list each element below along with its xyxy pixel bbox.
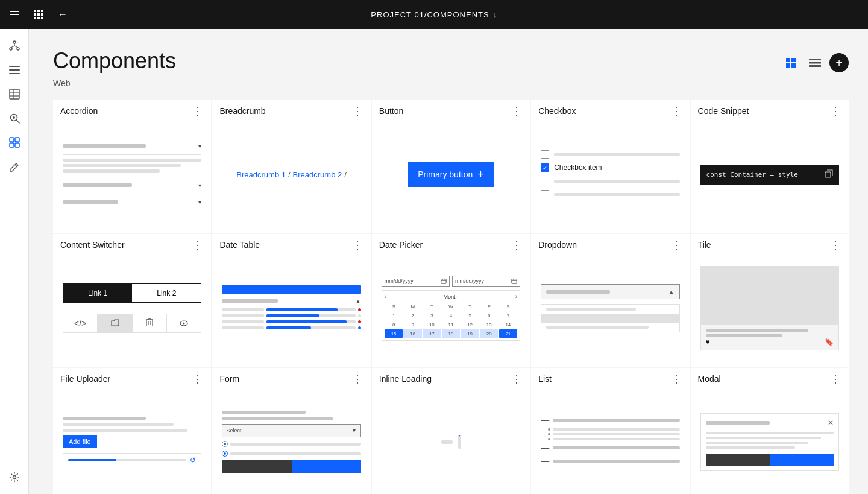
cb-checked[interactable]: ✓ xyxy=(541,163,549,172)
dp-1[interactable]: 1 xyxy=(385,311,403,320)
form-cancel-btn[interactable] xyxy=(222,460,291,473)
cs-icon-folder[interactable] xyxy=(98,314,132,332)
dp-12[interactable]: 12 xyxy=(461,320,479,329)
cb-unchecked-3[interactable] xyxy=(541,190,549,198)
fu-inner: Add file ↺ xyxy=(63,417,201,467)
grid-view-button[interactable] xyxy=(781,53,800,72)
card-menu-tile[interactable]: ⋮ xyxy=(830,242,841,248)
list-sub-line-3 xyxy=(553,438,679,440)
dp-input-2[interactable]: mm/dd/yyyy xyxy=(452,276,520,287)
dp-20[interactable]: 20 xyxy=(480,329,498,338)
dp-day-7[interactable]: S xyxy=(499,302,518,311)
add-file-button[interactable]: Add file xyxy=(63,435,97,448)
dp-21[interactable]: 21 xyxy=(499,329,518,338)
dp-11[interactable]: 11 xyxy=(442,320,461,329)
modal-cancel-btn[interactable] xyxy=(706,454,770,466)
dp-18[interactable]: 18 xyxy=(442,329,461,338)
dp-9[interactable]: 9 xyxy=(403,320,422,329)
favorite-icon[interactable]: ♥ xyxy=(706,338,710,346)
card-menu-modal[interactable]: ⋮ xyxy=(830,376,841,382)
list-view-button[interactable] xyxy=(805,53,825,72)
dd-item-1[interactable] xyxy=(541,305,679,314)
menu-button[interactable] xyxy=(10,11,19,18)
svg-point-0 xyxy=(13,41,16,43)
dp-16[interactable]: 16 xyxy=(403,329,422,338)
dp-prev[interactable]: ‹ xyxy=(385,293,386,300)
dp-6[interactable]: 6 xyxy=(480,311,498,320)
card-menu-code-snippet[interactable]: ⋮ xyxy=(830,109,841,114)
dp-2[interactable]: 2 xyxy=(403,311,422,320)
bc-link-2[interactable]: Breadcrumb 2 xyxy=(293,170,342,179)
bc-link-1[interactable]: Breadcrumb 1 xyxy=(236,170,286,179)
card-menu-form[interactable]: ⋮ xyxy=(352,376,363,382)
dp-19[interactable]: 19 xyxy=(461,329,479,338)
card-menu-inline-loading[interactable]: ⋮ xyxy=(511,376,523,382)
card-menu-dropdown[interactable]: ⋮ xyxy=(671,242,682,248)
apps-button[interactable] xyxy=(34,10,43,19)
card-menu-date-table[interactable]: ⋮ xyxy=(352,242,363,248)
card-menu-content-switcher[interactable]: ⋮ xyxy=(192,242,204,248)
down-arrow-icon[interactable]: ↓ xyxy=(493,10,497,19)
form-submit-btn[interactable] xyxy=(292,460,361,473)
dp-day-2[interactable]: M xyxy=(403,302,422,311)
dp-day-4[interactable]: W xyxy=(442,302,461,311)
dp-13[interactable]: 13 xyxy=(480,320,498,329)
cs-tab-1[interactable]: Link 1 xyxy=(63,284,132,302)
dp-day-1[interactable]: S xyxy=(385,302,403,311)
tile-inner[interactable]: ♥ 🔖 xyxy=(700,266,839,350)
primary-button[interactable]: Primary button + xyxy=(408,162,494,187)
dp-15[interactable]: 15 xyxy=(385,329,403,338)
copy-icon[interactable] xyxy=(825,169,833,180)
cs-tab-2[interactable]: Link 2 xyxy=(132,284,201,302)
dp-14[interactable]: 14 xyxy=(499,320,518,329)
dp-4[interactable]: 4 xyxy=(442,311,461,320)
cs-icon-code[interactable]: </> xyxy=(63,314,98,332)
add-component-button[interactable]: + xyxy=(829,53,849,72)
cs-icon-eye[interactable] xyxy=(167,314,201,332)
dp-10[interactable]: 10 xyxy=(423,320,441,329)
dp-17[interactable]: 17 xyxy=(423,329,441,338)
card-menu-accordion[interactable]: ⋮ xyxy=(192,109,204,114)
dd-selected xyxy=(546,290,610,294)
back-button[interactable]: ← xyxy=(58,9,68,20)
sidebar-item-edit[interactable] xyxy=(5,157,24,176)
form-radio-1[interactable] xyxy=(222,441,228,447)
dd-box[interactable]: ▲ xyxy=(541,284,679,299)
card-header-file-uploader: File Uploader ⋮ xyxy=(53,368,211,388)
card-menu-checkbox[interactable]: ⋮ xyxy=(671,109,682,114)
sidebar-item-components[interactable] xyxy=(5,133,24,152)
sidebar-item-settings[interactable] xyxy=(5,467,24,487)
cs-icon-trash[interactable] xyxy=(133,314,167,332)
dd-item-2[interactable] xyxy=(541,314,679,323)
card-menu-date-picker[interactable]: ⋮ xyxy=(511,242,523,248)
sidebar-item-list[interactable] xyxy=(5,60,24,80)
cb-unchecked-2[interactable] xyxy=(541,177,549,185)
list-dash-1: — xyxy=(541,415,549,425)
dp-5[interactable]: 5 xyxy=(461,311,479,320)
dp-7[interactable]: 7 xyxy=(499,311,518,320)
card-menu-list[interactable]: ⋮ xyxy=(671,376,682,382)
dp-day-3[interactable]: T xyxy=(423,302,441,311)
dd-item-3[interactable] xyxy=(541,323,679,332)
dp-day-6[interactable]: F xyxy=(480,302,498,311)
card-menu-breadcrumb[interactable]: ⋮ xyxy=(352,109,363,114)
dp-8[interactable]: 8 xyxy=(385,320,403,329)
form-select[interactable]: Select... ▼ xyxy=(222,424,360,437)
card-menu-file-uploader[interactable]: ⋮ xyxy=(192,376,204,382)
sidebar-item-search[interactable] xyxy=(5,109,24,128)
dp-day-5[interactable]: T xyxy=(461,302,479,311)
card-menu-button[interactable]: ⋮ xyxy=(511,109,523,114)
card-header-breadcrumb: Breadcrumb ⋮ xyxy=(212,100,370,121)
bookmark-icon[interactable]: 🔖 xyxy=(825,338,834,346)
dp-next[interactable]: › xyxy=(515,293,517,300)
form-radio-2[interactable] xyxy=(222,451,228,457)
dp-input-1[interactable]: mm/dd/yyyy xyxy=(382,276,450,287)
cb-unchecked-1[interactable] xyxy=(541,150,549,159)
svg-rect-8 xyxy=(9,73,20,74)
sidebar-item-table[interactable] xyxy=(5,84,24,104)
content-switcher-preview: Link 1 Link 2 </> xyxy=(53,255,211,367)
sidebar-item-hierarchy[interactable] xyxy=(5,36,24,55)
modal-close-icon[interactable]: ✕ xyxy=(828,419,834,427)
dp-3[interactable]: 3 xyxy=(423,311,441,320)
modal-confirm-btn[interactable] xyxy=(770,454,834,466)
